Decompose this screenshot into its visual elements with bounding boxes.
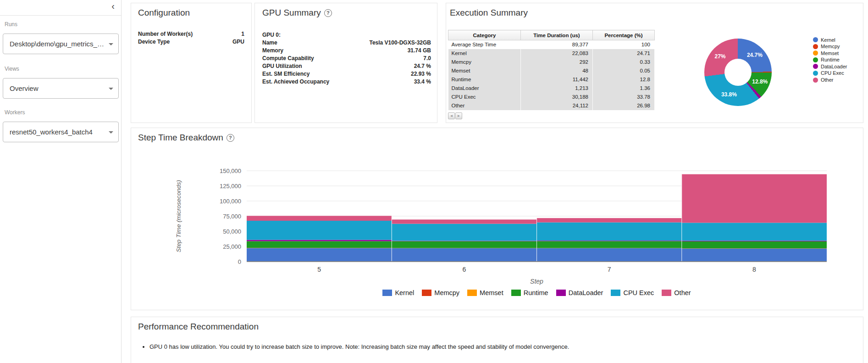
table-row[interactable]: Average Step Time89,377100 xyxy=(448,40,655,49)
table-row[interactable]: Other24,11226.98 xyxy=(448,101,655,110)
collapse-sidebar-icon[interactable]: ‹ xyxy=(111,1,115,11)
step-time-breakdown-chart[interactable]: 025,00050,00075,000100,000125,000150,000… xyxy=(131,128,864,311)
legend-item: DataLoader xyxy=(556,289,603,296)
legend-label: Runtime xyxy=(524,289,548,296)
kv-label: Compute Capability xyxy=(262,55,314,63)
legend-label: DataLoader xyxy=(821,64,847,69)
recommendation-item: GPU 0 has low utilization. You could try… xyxy=(149,343,854,351)
chevron-down-icon xyxy=(109,43,113,45)
value-cell: 1.36 xyxy=(593,84,655,93)
table-header-cell: Time Duration (us) xyxy=(521,30,593,40)
svg-text:8: 8 xyxy=(752,266,756,273)
svg-text:25,000: 25,000 xyxy=(223,243,241,250)
kv-row: Device TypeGPU xyxy=(138,39,244,46)
legend-swatch xyxy=(813,64,818,69)
legend-item: Memset xyxy=(813,50,847,56)
kv-value: 7.0 xyxy=(423,55,431,63)
kv-row: Memory31.74 GB xyxy=(262,47,431,55)
value-cell: 26.98 xyxy=(593,101,655,110)
runs-label: Runs xyxy=(5,21,17,28)
legend-label: Memcpy xyxy=(434,289,459,296)
legend-swatch xyxy=(813,37,818,42)
value-cell: 33.78 xyxy=(593,93,655,101)
gpu-summary-title-text: GPU Summary xyxy=(262,8,321,17)
legend-swatch xyxy=(813,57,818,62)
pager-next-button[interactable]: ► xyxy=(455,112,462,119)
views-label: Views xyxy=(5,66,19,72)
kv-value: 22.93 % xyxy=(411,71,431,78)
kv-row: GPU 0: xyxy=(262,32,431,39)
table-row[interactable]: Runtime11,44212.8 xyxy=(448,75,655,84)
gpu-summary-card: GPU Summary? GPU 0:NameTesla V100-DGXS-3… xyxy=(254,3,437,123)
value-cell: 0.33 xyxy=(593,58,655,67)
gpu-summary-rows: GPU 0:NameTesla V100-DGXS-32GBMemory31.7… xyxy=(262,32,431,86)
legend-item: CPU Exec xyxy=(611,289,654,296)
sidebar-topbar: ‹ xyxy=(0,0,121,16)
value-cell: 100 xyxy=(593,40,655,49)
table-row[interactable]: Memset480.05 xyxy=(448,67,655,75)
value-cell: 11,442 xyxy=(521,75,593,84)
chevron-down-icon xyxy=(109,88,113,90)
category-cell: Memset xyxy=(448,67,521,75)
pager-prev-button[interactable]: ◄ xyxy=(448,112,455,119)
svg-text:Step: Step xyxy=(530,278,543,285)
category-cell: Average Step Time xyxy=(448,40,521,49)
legend-item: CPU Exec xyxy=(813,71,847,76)
svg-text:0: 0 xyxy=(238,258,241,265)
svg-text:125,000: 125,000 xyxy=(220,183,241,190)
kv-label: Name xyxy=(262,39,277,47)
workers-select-value: resnet50_workers4_batch4 xyxy=(10,128,93,136)
legend-item: Runtime xyxy=(511,289,548,296)
table-row[interactable]: Kernel22,08324.71 xyxy=(448,49,655,58)
performance-recommendation-card: Performance Recommendation GPU 0 has low… xyxy=(131,317,863,363)
legend-label: Kernel xyxy=(395,289,414,296)
value-cell: 12.8 xyxy=(593,75,655,84)
category-cell: CPU Exec xyxy=(448,93,521,101)
configuration-rows: Number of Worker(s)1Device TypeGPU xyxy=(138,31,244,46)
pie-slice-label: 12.8% xyxy=(752,78,768,85)
step-chart-legend: KernelMemcpyMemsetRuntimeDataLoaderCPU E… xyxy=(247,289,827,296)
legend-item: Other xyxy=(662,289,691,296)
legend-item: Runtime xyxy=(813,57,847,62)
legend-item: Other xyxy=(813,78,847,83)
legend-label: Other xyxy=(674,289,691,296)
legend-swatch xyxy=(382,290,392,296)
table-pager: ◄ ► xyxy=(448,112,462,119)
value-cell: 1,213 xyxy=(521,84,593,93)
legend-swatch xyxy=(511,290,521,296)
table-header-cell: Percentage (%) xyxy=(593,30,655,40)
svg-text:6: 6 xyxy=(462,266,466,273)
value-cell: 89,377 xyxy=(521,40,593,49)
chevron-down-icon xyxy=(109,131,113,134)
kv-value: GPU xyxy=(232,39,244,46)
kv-label: Device Type xyxy=(138,39,170,46)
help-icon[interactable]: ? xyxy=(324,9,332,17)
workers-select[interactable]: resnet50_workers4_batch4 xyxy=(3,122,119,142)
kv-row: Compute Capability7.0 xyxy=(262,55,431,63)
views-select[interactable]: Overview xyxy=(3,78,119,99)
svg-text:5: 5 xyxy=(317,266,321,273)
svg-text:100,000: 100,000 xyxy=(220,198,241,205)
category-cell: DataLoader xyxy=(448,84,521,93)
views-select-value: Overview xyxy=(10,84,39,92)
execution-summary-table: CategoryTime Duration (us)Percentage (%)… xyxy=(448,30,655,110)
value-cell: 0.05 xyxy=(593,67,655,75)
value-cell: 24,112 xyxy=(521,101,593,110)
kv-label: Est. Achieved Occupancy xyxy=(262,78,329,86)
svg-text:50,000: 50,000 xyxy=(223,228,241,235)
legend-swatch xyxy=(813,71,818,76)
execution-summary-donut-chart[interactable]: 24.7%12.8%33.8%27% xyxy=(704,39,772,106)
kv-label: Number of Worker(s) xyxy=(138,31,193,39)
legend-item: Memset xyxy=(467,289,503,296)
table-row[interactable]: CPU Exec30,18833.78 xyxy=(448,93,655,101)
table-body: Average Step Time89,377100Kernel22,08324… xyxy=(448,40,655,110)
table-row[interactable]: DataLoader1,2131.36 xyxy=(448,84,655,93)
kv-row: NameTesla V100-DGXS-32GB xyxy=(262,39,431,47)
kv-row: Number of Worker(s)1 xyxy=(138,31,244,39)
legend-item: Memcpy xyxy=(422,289,459,296)
legend-item: Kernel xyxy=(813,37,847,42)
legend-swatch xyxy=(556,290,566,296)
table-row[interactable]: Memcpy2920.33 xyxy=(448,58,655,67)
kv-value: 31.74 GB xyxy=(408,47,431,55)
runs-select[interactable]: Desktop\demo\gpu_metrics_resnet... xyxy=(3,34,119,54)
